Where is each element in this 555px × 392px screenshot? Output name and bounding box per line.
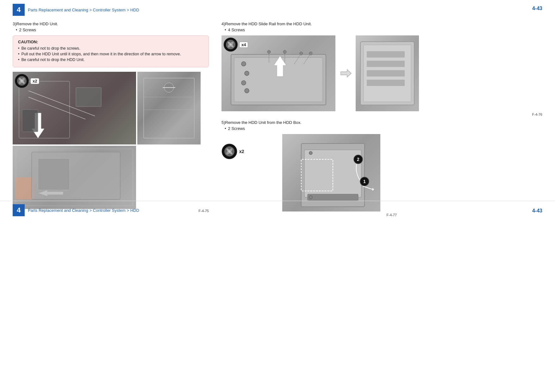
chapter-badge: 4 — [13, 4, 25, 16]
svg-rect-44 — [367, 51, 405, 58]
svg-text:2: 2 — [357, 157, 359, 162]
caution-item-2: Pull out the HDD Unit until it stops, an… — [18, 52, 203, 56]
page-number-top: 4-43 — [532, 6, 542, 11]
svg-rect-10 — [22, 110, 38, 132]
caution-box: CAUTION: Be careful not to drop the scre… — [13, 35, 209, 67]
step5-heading: 5)Remove the HDD Unit from the HDD Box. — [221, 120, 542, 125]
svg-rect-46 — [367, 70, 405, 77]
svg-point-28 — [241, 62, 246, 66]
footer-chapter-badge: 4 — [13, 204, 25, 216]
svg-point-30 — [241, 81, 246, 85]
content-area: 3)Remove the HDD Unit. 2 Screws CAUTION:… — [13, 21, 542, 223]
svg-rect-9 — [76, 88, 101, 107]
svg-point-40 — [309, 52, 312, 55]
footer-breadcrumb: Parts Replacement and Cleaning > Control… — [28, 208, 139, 213]
caution-item-1: Be careful not to drop the screws. — [18, 46, 203, 51]
caution-title: CAUTION: — [18, 40, 203, 44]
svg-point-52 — [228, 150, 231, 153]
svg-marker-41 — [341, 70, 351, 77]
svg-point-36 — [283, 50, 286, 53]
step3-main-image: x2 — [13, 72, 136, 144]
svg-marker-62 — [372, 188, 374, 191]
step3-heading: 3)Remove the HDD Unit. — [13, 21, 209, 26]
breadcrumb: Parts Replacement and Cleaning > Control… — [28, 8, 139, 12]
screw-badge-step3: x2 — [15, 74, 39, 88]
svg-point-38 — [300, 52, 303, 55]
svg-rect-45 — [367, 61, 405, 67]
svg-text:1: 1 — [363, 179, 366, 184]
page-header: 4 Parts Replacement and Cleaning > Contr… — [13, 0, 542, 18]
svg-point-60 — [309, 151, 312, 155]
right-column: 4)Remove the HDD Slide Rail from the HDD… — [221, 21, 542, 223]
step5-image: 2 1 — [282, 134, 380, 211]
step3-bullet-1: 2 Screws — [16, 28, 209, 32]
step4-heading: 4)Remove the HDD Slide Rail from the HDD… — [221, 21, 542, 26]
step5-bullet-1: 2 Screws — [225, 126, 542, 131]
svg-rect-47 — [367, 80, 405, 86]
svg-point-61 — [309, 196, 312, 199]
page-footer: 4 Parts Replacement and Cleaning > Contr… — [0, 201, 555, 219]
step4-main-image: x4 — [221, 35, 335, 111]
step4-image-block: x4 — [221, 35, 542, 116]
svg-point-29 — [245, 71, 249, 76]
step4-result-image — [356, 35, 419, 111]
footer-page-number: 4-43 — [532, 208, 542, 214]
caution-item-3: Be careful not to drop the HDD Unit. — [18, 58, 203, 62]
left-column: 3)Remove the HDD Unit. 2 Screws CAUTION:… — [13, 21, 209, 223]
svg-point-31 — [245, 89, 249, 93]
step4-bullet-1: 4 Screws — [225, 28, 542, 32]
svg-rect-20 — [38, 158, 70, 190]
step3-side-image — [137, 72, 201, 144]
svg-rect-55 — [308, 194, 358, 200]
screw-badge-step4: x4 — [223, 37, 248, 52]
step4-arrow — [337, 35, 354, 111]
svg-point-25 — [230, 44, 232, 46]
svg-point-4 — [21, 80, 23, 82]
fig-label-step4: F-4-76 — [221, 113, 542, 116]
step3-bottom-image — [13, 146, 136, 209]
step3-image-block: x2 — [13, 72, 209, 213]
svg-point-34 — [267, 50, 271, 53]
screw-badge-step5: x2 — [221, 144, 244, 159]
